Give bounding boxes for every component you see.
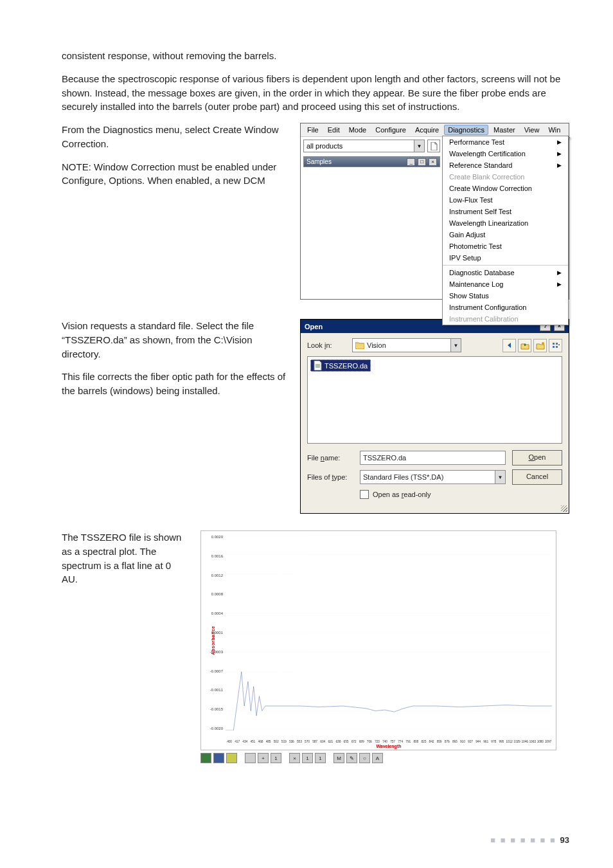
menu-item[interactable]: Gain Adjust	[443, 229, 568, 240]
body-paragraph: This file corrects the fiber optic path …	[62, 370, 289, 398]
x-tick: 927	[466, 739, 474, 743]
menu-view[interactable]: View	[520, 125, 544, 135]
x-tick: 978	[490, 739, 497, 743]
new-folder-icon[interactable]	[533, 339, 547, 352]
new-document-icon[interactable]	[427, 140, 440, 152]
samples-window: Samples _ □ ×	[303, 156, 440, 167]
x-tick: 791	[404, 739, 412, 743]
menu-configure[interactable]: Configure	[371, 125, 410, 135]
svg-rect-3	[553, 346, 555, 348]
x-tick: 774	[396, 739, 404, 743]
x-tick: 842	[427, 739, 435, 743]
x-tick: 689	[358, 739, 366, 743]
app-menubar: File Edit Mode Configure Acquire Diagnos…	[301, 123, 569, 137]
file-item-selected[interactable]: TSSZERO.da	[310, 359, 371, 372]
menu-item-label: Show Status	[449, 292, 489, 300]
menu-item[interactable]: Instrument Self Test	[443, 206, 568, 217]
plot-tool-icon[interactable]	[213, 753, 224, 763]
x-tick: 553	[296, 739, 303, 743]
plot-tool-icon[interactable]: ✎	[346, 753, 357, 763]
plot-svg	[226, 535, 552, 730]
up-folder-icon[interactable]	[518, 339, 531, 352]
menu-diagnostics[interactable]: Diagnostics	[444, 125, 488, 135]
x-tick: 1029	[513, 739, 520, 743]
plot-tool-icon[interactable]: 1	[315, 753, 326, 763]
plot-tool-icon[interactable]: ×	[289, 753, 300, 763]
menu-item[interactable]: Performance Test▶	[443, 136, 568, 148]
y-tick: 0.0012	[205, 574, 223, 577]
spectral-plot: Absorbance 0.00200.00160.00120.00080.000…	[200, 530, 556, 750]
product-combo-value: all products	[306, 142, 342, 150]
resize-grip-icon[interactable]	[301, 504, 569, 513]
plot-tool-icon[interactable]: ○	[359, 753, 370, 763]
look-in-value: Vision	[367, 341, 386, 349]
minimize-icon[interactable]: _	[407, 158, 415, 166]
menu-item[interactable]: Wavelength Linearization	[443, 217, 568, 229]
file-name-label: File name:	[307, 454, 353, 462]
y-tick: -0.0011	[205, 688, 223, 692]
x-tick: 723	[373, 739, 381, 743]
x-tick: 944	[474, 739, 482, 743]
close-icon[interactable]: ×	[429, 158, 437, 166]
y-axis-ticks: 0.00200.00160.00120.00080.00040.0001-0.0…	[205, 535, 223, 730]
plot-tool-icon[interactable]	[200, 753, 211, 763]
plot-tool-icon[interactable]: M	[333, 753, 344, 763]
menu-item[interactable]: IPV Setup	[443, 252, 568, 264]
menu-item[interactable]: Reference Standard▶	[443, 159, 568, 171]
menu-item: Create Blank Correction	[443, 171, 568, 183]
body-paragraph: From the Diagnostics menu, select Create…	[62, 123, 289, 151]
menu-acquire[interactable]: Acquire	[411, 125, 443, 135]
menu-item[interactable]: Maintenance Log▶	[443, 278, 568, 290]
plot-tool-icon[interactable]: +	[258, 753, 269, 763]
file-list[interactable]: TSSZERO.da	[307, 356, 562, 444]
x-tick: 400	[226, 739, 233, 743]
readonly-checkbox[interactable]	[360, 490, 369, 499]
file-type-label: Files of type:	[307, 473, 353, 481]
app-window: File Edit Mode Configure Acquire Diagnos…	[300, 123, 569, 300]
menu-item[interactable]: Show Status	[443, 290, 568, 302]
menu-item[interactable]: Diagnostic Database▶	[443, 267, 568, 278]
maximize-icon[interactable]: □	[418, 158, 426, 166]
x-tick: 995	[497, 739, 505, 743]
y-tick: 0.0004	[205, 611, 223, 615]
menu-file[interactable]: File	[303, 125, 323, 135]
x-tick: 961	[482, 739, 490, 743]
body-paragraph: Vision requests a standard file. Select …	[62, 319, 289, 361]
page-number: 93	[560, 835, 569, 845]
back-icon[interactable]	[502, 339, 516, 352]
menu-mode[interactable]: Mode	[345, 125, 371, 135]
plot-tool-icon[interactable]	[245, 753, 256, 763]
look-in-combo[interactable]: Vision ▼	[352, 338, 461, 352]
x-tick: 502	[272, 739, 280, 743]
open-dialog: Open ? × Look in: Vision ▼	[300, 319, 569, 514]
menu-item-label: Maintenance Log	[449, 280, 503, 288]
open-button[interactable]: Open	[512, 450, 562, 466]
cancel-button[interactable]: Cancel	[512, 469, 562, 485]
x-tick: 536	[288, 739, 296, 743]
menu-item[interactable]: Low-Flux Test	[443, 194, 568, 206]
menu-window[interactable]: Win	[544, 125, 564, 135]
file-icon	[314, 361, 322, 370]
menu-item[interactable]: Instrument Configuration	[443, 302, 568, 313]
plot-tool-icon[interactable]: 1	[271, 753, 281, 763]
menu-edit[interactable]: Edit	[324, 125, 344, 135]
svg-rect-5	[556, 346, 558, 348]
y-tick: -0.0020	[205, 727, 223, 730]
menu-item-label: Wavelength Certification	[449, 150, 526, 158]
menu-item[interactable]: Photometric Test	[443, 240, 568, 252]
product-combo[interactable]: all products ▼	[303, 140, 425, 152]
menu-master[interactable]: Master	[490, 125, 519, 135]
menu-item[interactable]: Create Window Correction	[443, 183, 568, 194]
view-menu-icon[interactable]	[549, 339, 562, 352]
plot-tool-icon[interactable]: 1	[302, 753, 313, 763]
x-tick: 1046	[521, 739, 529, 743]
file-type-combo[interactable]: Standard Files (TSS*.DA) ▼	[360, 470, 506, 484]
menu-item[interactable]: Wavelength Certification▶	[443, 148, 568, 159]
submenu-arrow-icon: ▶	[557, 162, 562, 168]
page-footer: ■ ■ ■ ■ ■ ■ ■ 93	[490, 835, 569, 845]
file-name-input[interactable]: TSSZERO.da	[360, 451, 506, 465]
x-axis-ticks: 4004174344514684855025195365535705876046…	[226, 739, 552, 743]
plot-tool-icon[interactable]	[226, 753, 237, 763]
plot-tool-icon[interactable]: A	[372, 753, 383, 763]
menu-item-label: Instrument Self Test	[449, 208, 511, 215]
